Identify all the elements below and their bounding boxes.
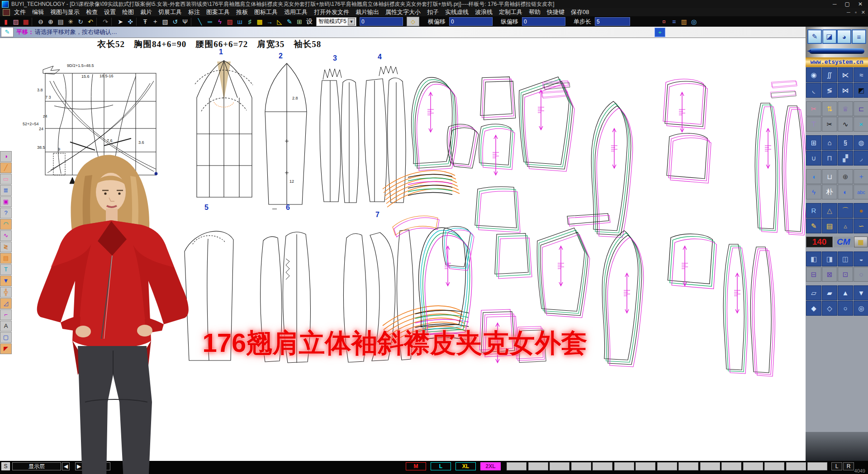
shape-h-icon[interactable]: ◎	[854, 301, 868, 316]
comb-icon[interactable]: ш	[235, 17, 245, 26]
menu-9[interactable]: 图案工具	[203, 8, 233, 16]
menu-17[interactable]: 实线虚线	[442, 8, 472, 16]
mdi-window-button[interactable]: ▫	[855, 9, 857, 15]
menu-12[interactable]: 选用工具	[281, 8, 311, 16]
halfmoon-icon[interactable]: ◑	[0, 151, 12, 162]
letter-a-icon[interactable]: A	[0, 321, 12, 332]
pan-hand-icon[interactable]: ✳	[66, 17, 76, 26]
menu-20[interactable]: 帮助	[526, 8, 544, 16]
contrast-piece-icon[interactable]: ◐	[838, 185, 853, 199]
menu-3[interactable]: 检查	[83, 8, 101, 16]
size-slot-empty[interactable]	[657, 462, 677, 470]
corner-curve-icon[interactable]: ◟	[806, 83, 821, 98]
curve-ruler-icon[interactable]: ⌒	[838, 203, 853, 218]
box-icon[interactable]: ▢	[0, 332, 12, 343]
notch2-icon[interactable]: ≷	[0, 242, 12, 252]
open-file-icon[interactable]: ▨	[11, 17, 21, 26]
layers-icon[interactable]: ≡	[669, 17, 679, 26]
size-button-2XL[interactable]: 2XL	[480, 462, 501, 470]
spin-icon[interactable]: ↺	[170, 17, 180, 26]
tool-d-icon[interactable]: ◌	[854, 267, 868, 282]
arrow-tool-icon[interactable]: →	[265, 17, 275, 26]
new-file-icon[interactable]: ▮	[1, 17, 11, 26]
chevron-down-icon[interactable]: ▼	[348, 18, 355, 25]
menu-11[interactable]: 图标工具	[251, 8, 281, 16]
corner-icon[interactable]: ◿	[0, 298, 12, 309]
airbrush-icon[interactable]: ✎	[807, 29, 822, 44]
redo-icon[interactable]: ↷	[100, 17, 110, 26]
free-offset-input[interactable]: 0	[360, 17, 403, 26]
buttonhole-icon[interactable]: ∬	[822, 67, 837, 82]
close-button[interactable]: ✕	[858, 1, 863, 7]
triangle-tool-icon[interactable]: △	[822, 203, 837, 218]
size-slot-empty[interactable]	[507, 462, 526, 470]
step-input[interactable]: 5	[595, 17, 630, 26]
size-button-M[interactable]: M	[406, 462, 426, 470]
shape-d-icon[interactable]: ▼	[854, 285, 868, 300]
tool-c-icon[interactable]: ⊡	[838, 267, 853, 282]
size-slot-empty[interactable]	[786, 462, 806, 470]
right-piece-button[interactable]: R	[843, 462, 854, 470]
pink-rect-icon[interactable]: ▭	[0, 174, 12, 185]
hat-lines-icon[interactable]: ≡	[852, 29, 866, 44]
ball-pen-icon[interactable]: ◕	[837, 29, 851, 44]
pointer-icon[interactable]: ▼	[0, 275, 12, 286]
curve-card-icon[interactable]: ◪	[822, 29, 837, 44]
menu-14[interactable]: 裁片输出	[352, 8, 382, 16]
layer-s-button[interactable]: S	[1, 462, 10, 470]
pouch-icon[interactable]: ◍	[854, 135, 868, 150]
calculator-button[interactable]: ▦	[854, 237, 868, 247]
x-cyan-icon[interactable]: ×	[854, 117, 868, 132]
pencil-icon[interactable]: ╱	[0, 162, 12, 173]
size-slot-empty[interactable]	[700, 462, 720, 470]
snap-toggle-button[interactable]: ◇	[407, 17, 419, 26]
size-slot-empty[interactable]	[807, 462, 827, 470]
save-icon[interactable]: ▦	[21, 17, 31, 26]
minimize-button[interactable]: ─	[833, 1, 837, 7]
drape-piece-icon[interactable]: ◞	[854, 151, 868, 166]
square-icon[interactable]: ▣	[0, 196, 12, 207]
scissors-icon[interactable]: ✂	[806, 101, 821, 116]
adjust-icon[interactable]: Ŧ	[140, 17, 150, 26]
undo-icon[interactable]: ↶	[85, 17, 95, 26]
bolt-icon[interactable]: ϟ	[215, 17, 225, 26]
size-slot-empty[interactable]	[614, 462, 634, 470]
bucket-icon[interactable]: ▤	[0, 253, 12, 264]
zoom-out-icon[interactable]: ⊖	[36, 17, 46, 26]
left-piece-button[interactable]: L	[831, 462, 842, 470]
keyboard-icon[interactable]: ▤	[56, 17, 66, 26]
hammer-icon[interactable]: ⊤	[806, 117, 821, 132]
hatch-icon[interactable]: ▨	[225, 17, 235, 26]
jacket-piece-icon[interactable]: ▞	[838, 151, 853, 166]
menu-16[interactable]: 扣子	[424, 8, 442, 16]
piece-c-icon[interactable]: ◫	[838, 251, 853, 266]
menu-0[interactable]: 文件	[11, 8, 29, 16]
comet-pen-icon[interactable]: ✎	[806, 218, 821, 233]
bracket-piece-icon[interactable]: ⊏	[854, 101, 868, 116]
shape-g-icon[interactable]: ○	[838, 301, 853, 316]
menu-10[interactable]: 推板	[233, 8, 251, 16]
mode-dropdown[interactable]: 智能模式F5 ▼	[316, 17, 356, 26]
flag-icon[interactable]: ◤	[0, 343, 12, 354]
fork-icon[interactable]: Ψ	[180, 17, 190, 26]
shape-a-icon[interactable]: ▱	[806, 285, 821, 300]
menu-8[interactable]: 标注	[185, 8, 203, 16]
zipper-icon[interactable]: ⋈	[838, 83, 853, 98]
shape-e-icon[interactable]: ◆	[806, 301, 821, 316]
menu-2[interactable]: 视图与显示	[47, 8, 83, 16]
shape-f-icon[interactable]: ◇	[822, 301, 837, 316]
dark-wave-icon[interactable]: ∿	[838, 117, 853, 132]
menu-13[interactable]: 打开外发文件	[311, 8, 352, 16]
piece-a-icon[interactable]: ◧	[806, 251, 821, 266]
menu-6[interactable]: 裁片	[137, 8, 155, 16]
dash-lines-icon[interactable]: ≣	[0, 185, 12, 196]
swatch-icon[interactable]: ▥	[679, 17, 689, 26]
pattern-canvas[interactable]: 衣长52 胸围84+6=90 腰围66+6=72 肩宽35 袖长58 12345…	[0, 38, 806, 461]
crown-shape-icon[interactable]: ♕	[838, 101, 853, 116]
zigzag-curve-icon[interactable]: ≈	[854, 67, 868, 82]
menu-22[interactable]: 保存08	[568, 8, 592, 16]
size-button-L[interactable]: L	[431, 462, 451, 470]
zipper-pull-icon[interactable]: ⋉	[838, 67, 853, 82]
tool-a-icon[interactable]: ⊟	[806, 267, 821, 282]
mirror-pieces-icon[interactable]: ◩	[854, 83, 868, 98]
